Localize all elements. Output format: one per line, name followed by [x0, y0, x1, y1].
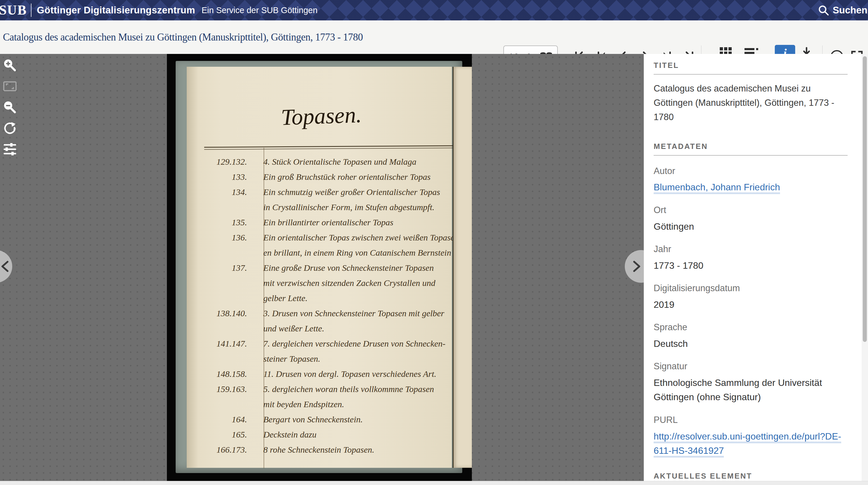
entry-text: 5. dergleichen woran theils vollkommne T… [253, 381, 453, 397]
entry-number: 137. [194, 260, 253, 276]
dzg-viewer-window: SUB Göttinger Digitalisierungszentrum Ei… [0, 0, 868, 485]
manuscript-scan[interactable]: Topasen. 129.132. 4. Stück Orientalische… [167, 54, 472, 481]
entry-text: steiner Topasen. [253, 351, 453, 366]
entry-number: 136. [194, 230, 253, 245]
entry-number [194, 276, 253, 291]
metadata-value: Deutsch [654, 337, 847, 351]
manuscript-entry-row: 159.163. 5. dergleichen woran theils vol… [194, 381, 453, 397]
entry-number: 133. [194, 169, 253, 184]
entry-number: 135. [194, 215, 253, 230]
entry-text: mit verzwischen sitzenden Zacken Crystal… [253, 276, 453, 291]
manuscript-entries: 129.132. 4. Stück Orientalische Topasen … [194, 154, 453, 457]
entry-text: in Crystallinischer Form, im Stufen abge… [253, 200, 453, 215]
header-divider [31, 3, 31, 17]
fit-to-screen-icon[interactable] [2, 79, 18, 94]
metadata-label: Signatur [654, 360, 847, 373]
app-subtitle: Ein Service der SUB Göttingen [202, 5, 317, 15]
entry-number: 148.158. [194, 366, 253, 381]
manuscript-entry-row: 165. Deckstein dazu [194, 427, 453, 442]
manuscript-heading: Topasen. [269, 101, 374, 131]
entry-number [194, 245, 253, 260]
document-toolbar: Catalogus des academischen Musei zu Gött… [0, 20, 868, 54]
entry-text: 11. Drusen von dergl. Topasen verschiede… [253, 366, 453, 381]
search-label: Suchen [833, 5, 867, 16]
entry-text: Ein groß Bruchstück roher orientalischer… [253, 169, 453, 184]
zoom-out-icon[interactable] [2, 100, 18, 115]
image-adjust-icon[interactable] [2, 142, 18, 157]
manuscript-entry-row: 166.173. 8 rohe Schneckenstein Topasen. [194, 442, 453, 457]
section-rule [654, 155, 847, 155]
entry-number: 134. [194, 184, 253, 200]
manuscript-entry-row: steiner Topasen. [194, 351, 453, 366]
entry-number: 165. [194, 427, 253, 442]
footer-strip [0, 481, 868, 485]
metadata-value-link[interactable]: http://resolver.sub.uni-goettingen.de/pu… [654, 429, 847, 458]
manuscript-entry-row: 135. Ein brillantirter orientalischer To… [194, 215, 453, 230]
metadata-field: PURL http://resolver.sub.uni-goettingen.… [654, 413, 847, 458]
entry-text: Ein schmutzig weißer großer Orientalisch… [253, 184, 453, 200]
entry-number: 164. [194, 412, 253, 427]
previous-page-overlay-button[interactable] [0, 250, 12, 283]
entry-text: Deckstein dazu [253, 427, 453, 442]
entry-number: 138.140. [194, 306, 253, 321]
entry-text: Eine große Druse von Schneckensteiner To… [253, 260, 453, 276]
metadata-label: Jahr [654, 242, 847, 256]
search-icon [817, 4, 829, 16]
manuscript-entry-row: 137. Eine große Druse von Schneckenstein… [194, 260, 453, 276]
metadata-fields: Autor Blumenbach, Johann Friedrich Ort G… [654, 164, 847, 458]
manuscript-entry-row: 129.132. 4. Stück Orientalische Topasen … [194, 154, 453, 169]
manuscript-entry-row: 134. Ein schmutzig weißer großer Orienta… [194, 184, 453, 200]
manuscript-entry-row: 138.140. 3. Drusen von Schneckensteiner … [194, 306, 453, 321]
metadaten-section-header: METADATEN [654, 142, 847, 151]
facing-page-edge [453, 67, 472, 468]
metadata-label: Autor [654, 164, 847, 178]
metadata-field: Jahr 1773 - 1780 [654, 242, 847, 273]
section-rule [654, 74, 847, 75]
metadata-label: Sprache [654, 321, 847, 334]
chevron-left-icon [0, 260, 10, 273]
rotate-icon[interactable] [2, 121, 18, 136]
app-header: SUB Göttinger Digitalisierungszentrum Ei… [0, 0, 868, 20]
entry-number [194, 200, 253, 215]
metadata-value: 2019 [654, 297, 847, 312]
zoom-in-icon[interactable] [2, 58, 18, 73]
entry-text: Bergart von Schneckenstein. [253, 412, 453, 427]
titel-value: Catalogus des academischen Musei zu Gött… [654, 82, 847, 124]
panel-scrollbar-thumb[interactable] [863, 56, 867, 342]
metadata-label: Digitalisierungsdatum [654, 282, 847, 295]
next-page-overlay-button[interactable] [625, 250, 644, 283]
metadata-field: Ort Göttingen [654, 203, 847, 234]
metadata-label: PURL [654, 413, 847, 427]
entry-text: 8 rohe Schneckenstein Topasen. [253, 442, 453, 457]
entry-text: Ein orientalischer Topas zwischen zwei w… [253, 230, 453, 245]
metadata-value: Göttingen [654, 220, 847, 234]
current-element-section-header: AKTUELLES ELEMENT [654, 472, 847, 481]
entry-text: 3. Drusen von Schneckensteiner Topasen m… [253, 306, 453, 321]
entry-number [194, 397, 253, 412]
panel-scrollbar [862, 54, 868, 481]
metadata-label: Ort [654, 203, 847, 217]
entry-text: en brillant, in einem Ring von Catanisch… [253, 245, 453, 260]
metadata-field: Autor Blumenbach, Johann Friedrich [654, 164, 847, 195]
manuscript-entry-row: mit verzwischen sitzenden Zacken Crystal… [194, 276, 453, 291]
manuscript-entry-row: und weißer Lette. [194, 321, 453, 336]
manuscript-entry-row: 136. Ein orientalischer Topas zwischen z… [194, 230, 453, 245]
manuscript-entry-row: 164. Bergart von Schneckenstein. [194, 412, 453, 427]
app-title[interactable]: Göttinger Digitalisierungszentrum [37, 5, 195, 16]
entry-text: Ein brillantirter orientalischer Topas [253, 215, 453, 230]
metadata-value: Ethnologische Sammlung der Universität G… [654, 376, 847, 404]
search-button[interactable]: Suchen [817, 4, 868, 16]
sub-logo[interactable]: SUB [0, 0, 27, 20]
entry-text: 4. Stück Orientalische Topasen und Malag… [253, 154, 453, 169]
entry-number [194, 321, 253, 336]
entry-number: 141.147. [194, 336, 253, 351]
breadcrumb-document-title[interactable]: Catalogus des academischen Musei zu Gött… [3, 31, 363, 43]
entry-number [194, 351, 253, 366]
metadata-value-link[interactable]: Blumenbach, Johann Friedrich [654, 180, 847, 195]
metadata-field: Signatur Ethnologische Sammlung der Univ… [654, 360, 847, 404]
titel-section-header: TITEL [654, 61, 847, 70]
manuscript-entry-row: 141.147. 7. dergleichen verschiedene Dru… [194, 336, 453, 351]
entry-text: mit beyden Endspitzen. [253, 397, 453, 412]
entry-text: 7. dergleichen verschiedene Drusen von S… [253, 336, 453, 351]
manuscript-entry-row: en brillant, in einem Ring von Catanisch… [194, 245, 453, 260]
